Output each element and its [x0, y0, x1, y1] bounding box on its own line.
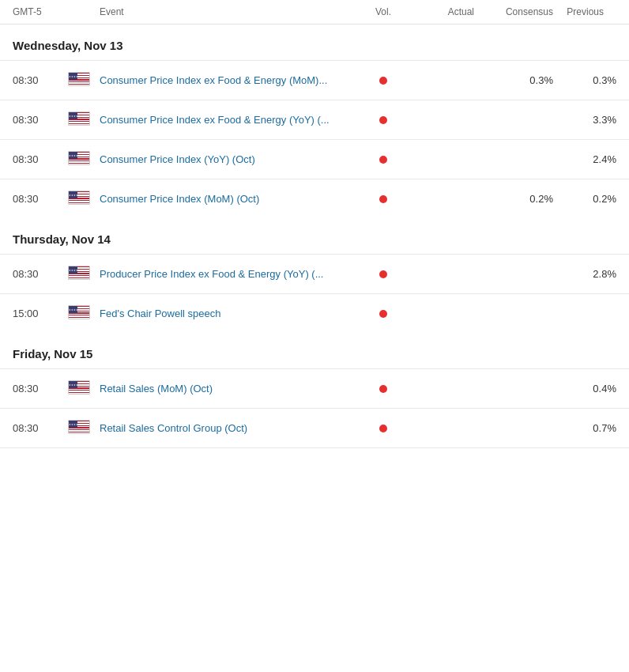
event-volatility	[363, 385, 403, 393]
volatility-dot-icon	[379, 116, 387, 124]
event-previous: 0.4%	[553, 383, 616, 395]
col-header-event: Event	[100, 6, 363, 17]
event-time: 08:30	[13, 268, 68, 280]
event-time: 08:30	[13, 74, 68, 86]
event-name[interactable]: Retail Sales Control Group (Oct)	[100, 422, 363, 434]
col-header-time: GMT-5	[13, 6, 68, 17]
event-previous: 0.7%	[553, 422, 616, 434]
us-flag-icon: ★★★★★★★★★★★★★★★★★★★★★★★★★★★★★★★★★★★★★★★★…	[68, 72, 90, 86]
volatility-dot-icon	[379, 156, 387, 164]
event-time: 08:30	[13, 383, 68, 395]
event-time: 08:30	[13, 193, 68, 205]
col-header-actual: Actual	[403, 6, 474, 17]
event-name[interactable]: Producer Price Index ex Food & Energy (Y…	[100, 268, 363, 280]
us-flag-icon: ★★★★★★★★★★★★★★★★★★★★★★★★★★★★★★★★★★★★★★★★…	[68, 266, 90, 280]
event-consensus: 0.2%	[474, 193, 553, 205]
event-previous: 0.3%	[553, 74, 616, 86]
event-flag: ★★★★★★★★★★★★★★★★★★★★★★★★★★★★★★★★★★★★★★★★…	[68, 420, 100, 436]
table-header: GMT-5 Event Vol. Actual Consensus Previo…	[0, 0, 629, 25]
col-header-previous: Previous	[553, 6, 616, 17]
col-header-vol: Vol.	[363, 6, 403, 17]
event-volatility	[363, 195, 403, 203]
event-time: 15:00	[13, 308, 68, 319]
event-flag: ★★★★★★★★★★★★★★★★★★★★★★★★★★★★★★★★★★★★★★★★…	[68, 380, 100, 397]
col-header-consensus: Consensus	[474, 6, 553, 17]
event-previous: 2.8%	[553, 268, 616, 280]
event-volatility	[363, 310, 403, 318]
volatility-dot-icon	[379, 195, 387, 203]
event-volatility	[363, 116, 403, 124]
event-name[interactable]: Fed's Chair Powell speech	[100, 308, 363, 319]
event-volatility	[363, 156, 403, 164]
table-row[interactable]: 08:30 ★★★★★★★★★★★★★★★★★★★★★★★★★★★★★★★★★★…	[0, 368, 629, 408]
event-time: 08:30	[13, 114, 68, 126]
event-previous: 3.3%	[553, 114, 616, 126]
volatility-dot-icon	[379, 425, 387, 432]
event-name[interactable]: Consumer Price Index (YoY) (Oct)	[100, 153, 363, 165]
event-name[interactable]: Retail Sales (MoM) (Oct)	[100, 383, 363, 395]
us-flag-icon: ★★★★★★★★★★★★★★★★★★★★★★★★★★★★★★★★★★★★★★★★…	[68, 305, 90, 319]
us-flag-icon: ★★★★★★★★★★★★★★★★★★★★★★★★★★★★★★★★★★★★★★★★…	[68, 191, 90, 205]
section-header-friday: Friday, Nov 15	[0, 333, 629, 368]
event-volatility	[363, 77, 403, 85]
table-row[interactable]: 15:00 ★★★★★★★★★★★★★★★★★★★★★★★★★★★★★★★★★★…	[0, 293, 629, 333]
event-name[interactable]: Consumer Price Index ex Food & Energy (M…	[100, 74, 363, 86]
section-header-wednesday: Wednesday, Nov 13	[0, 25, 629, 60]
table-row[interactable]: 08:30 ★★★★★★★★★★★★★★★★★★★★★★★★★★★★★★★★★★…	[0, 139, 629, 179]
table-row[interactable]: 08:30 ★★★★★★★★★★★★★★★★★★★★★★★★★★★★★★★★★★…	[0, 408, 629, 448]
event-previous: 0.2%	[553, 193, 616, 205]
event-volatility	[363, 425, 403, 432]
table-row[interactable]: 08:30 ★★★★★★★★★★★★★★★★★★★★★★★★★★★★★★★★★★…	[0, 60, 629, 100]
event-flag: ★★★★★★★★★★★★★★★★★★★★★★★★★★★★★★★★★★★★★★★★…	[68, 111, 100, 128]
table-row[interactable]: 08:30 ★★★★★★★★★★★★★★★★★★★★★★★★★★★★★★★★★★…	[0, 100, 629, 139]
event-name[interactable]: Consumer Price Index ex Food & Energy (Y…	[100, 114, 363, 126]
event-flag: ★★★★★★★★★★★★★★★★★★★★★★★★★★★★★★★★★★★★★★★★…	[68, 305, 100, 322]
event-flag: ★★★★★★★★★★★★★★★★★★★★★★★★★★★★★★★★★★★★★★★★…	[68, 266, 100, 282]
event-name[interactable]: Consumer Price Index (MoM) (Oct)	[100, 193, 363, 205]
sections-container: Wednesday, Nov 1308:30 ★★★★★★★★★★★★★★★★★…	[0, 25, 629, 448]
event-consensus: 0.3%	[474, 74, 553, 86]
volatility-dot-icon	[379, 310, 387, 318]
event-time: 08:30	[13, 422, 68, 434]
us-flag-icon: ★★★★★★★★★★★★★★★★★★★★★★★★★★★★★★★★★★★★★★★★…	[68, 380, 90, 395]
event-flag: ★★★★★★★★★★★★★★★★★★★★★★★★★★★★★★★★★★★★★★★★…	[68, 151, 100, 168]
table-row[interactable]: 08:30 ★★★★★★★★★★★★★★★★★★★★★★★★★★★★★★★★★★…	[0, 179, 629, 218]
us-flag-icon: ★★★★★★★★★★★★★★★★★★★★★★★★★★★★★★★★★★★★★★★★…	[68, 111, 90, 126]
us-flag-icon: ★★★★★★★★★★★★★★★★★★★★★★★★★★★★★★★★★★★★★★★★…	[68, 420, 90, 434]
table-row[interactable]: 08:30 ★★★★★★★★★★★★★★★★★★★★★★★★★★★★★★★★★★…	[0, 254, 629, 293]
event-volatility	[363, 270, 403, 278]
volatility-dot-icon	[379, 77, 387, 85]
event-flag: ★★★★★★★★★★★★★★★★★★★★★★★★★★★★★★★★★★★★★★★★…	[68, 191, 100, 207]
event-previous: 2.4%	[553, 153, 616, 165]
us-flag-icon: ★★★★★★★★★★★★★★★★★★★★★★★★★★★★★★★★★★★★★★★★…	[68, 151, 90, 165]
event-time: 08:30	[13, 153, 68, 165]
volatility-dot-icon	[379, 385, 387, 393]
event-flag: ★★★★★★★★★★★★★★★★★★★★★★★★★★★★★★★★★★★★★★★★…	[68, 72, 100, 89]
section-header-thursday: Thursday, Nov 14	[0, 218, 629, 254]
volatility-dot-icon	[379, 270, 387, 278]
